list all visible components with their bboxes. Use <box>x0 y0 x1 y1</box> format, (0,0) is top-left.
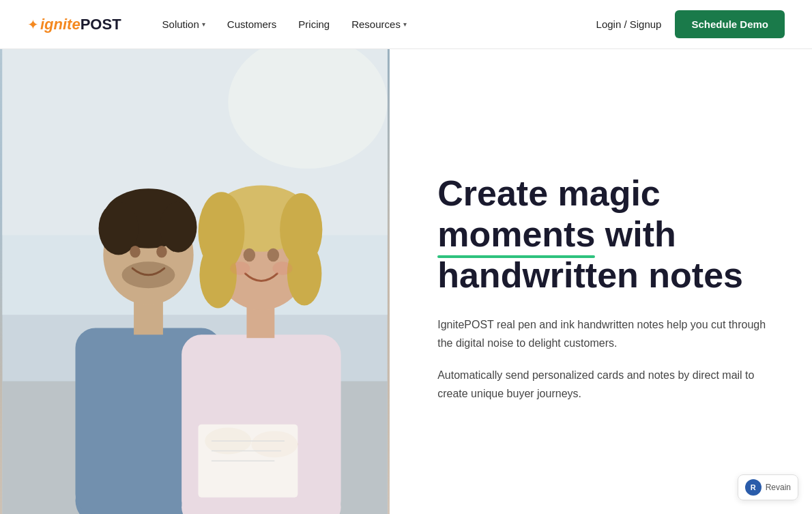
solution-chevron-icon: ▾ <box>202 20 205 28</box>
nav-solution-label: Solution <box>162 18 199 30</box>
navbar: ✦ ignite POST Solution ▾ Customers Prici… <box>0 0 812 49</box>
nav-actions: Login / Signup Schedule Demo <box>596 10 785 38</box>
hero-headline: Create magic moments with handwritten no… <box>437 173 771 296</box>
revain-icon: R <box>745 479 762 496</box>
headline-part3: handwritten notes <box>437 255 743 295</box>
couple-illustration <box>0 49 390 514</box>
nav-links: Solution ▾ Customers Pricing Resources ▾ <box>154 13 596 35</box>
headline-moments: moments <box>437 214 595 255</box>
headline-with: with <box>605 214 676 254</box>
schedule-demo-button[interactable]: Schedule Demo <box>675 10 785 38</box>
nav-resources-label: Resources <box>351 18 401 30</box>
hero-description-2: Automatically send personalized cards an… <box>437 366 771 403</box>
nav-customers[interactable]: Customers <box>219 13 285 35</box>
headline-part1: Create magic <box>437 173 661 213</box>
nav-pricing[interactable]: Pricing <box>290 13 338 35</box>
nav-solution[interactable]: Solution ▾ <box>154 13 214 35</box>
hero-description-1: IgnitePOST real pen and ink handwritten … <box>437 315 771 352</box>
logo-ignite-text: ignite <box>40 16 81 33</box>
nav-customers-label: Customers <box>227 18 277 30</box>
logo-post-text: POST <box>81 16 121 33</box>
logo-star-icon: ✦ <box>27 16 39 33</box>
hero-content-column: Create magic moments with handwritten no… <box>390 49 812 514</box>
hero-section: Create magic moments with handwritten no… <box>0 49 812 514</box>
hero-photo <box>0 49 390 514</box>
login-link[interactable]: Login / Signup <box>596 18 662 30</box>
hero-image-column <box>0 49 390 514</box>
logo[interactable]: ✦ ignite POST <box>27 16 121 33</box>
nav-resources[interactable]: Resources ▾ <box>343 13 415 35</box>
nav-pricing-label: Pricing <box>298 18 330 30</box>
svg-rect-35 <box>2 49 387 514</box>
revain-badge[interactable]: R Revain <box>738 474 798 500</box>
resources-chevron-icon: ▾ <box>403 20 407 28</box>
revain-label: Revain <box>766 483 791 492</box>
